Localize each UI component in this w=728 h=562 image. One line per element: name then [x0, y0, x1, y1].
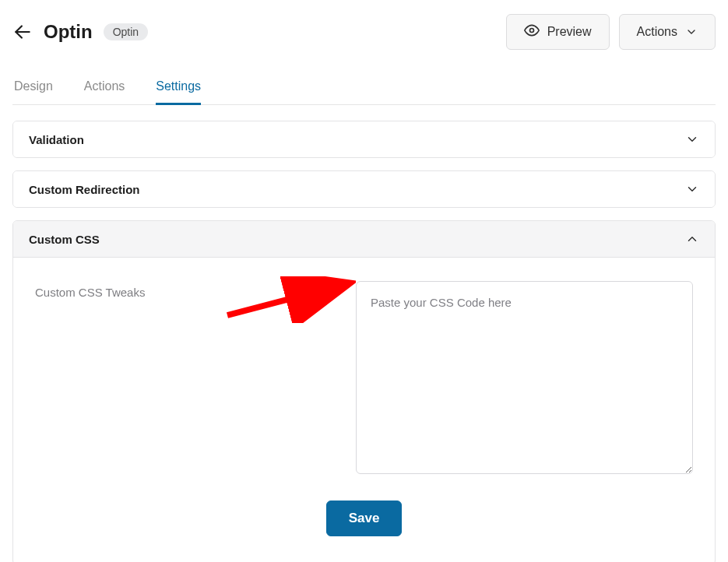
- header-left: Optin Optin: [12, 21, 148, 43]
- accordion-validation-title: Validation: [29, 133, 84, 146]
- tab-actions[interactable]: Actions: [84, 73, 125, 105]
- custom-css-label: Custom CSS Tweaks: [35, 281, 331, 477]
- accordion-validation-header[interactable]: Validation: [13, 121, 715, 157]
- preview-label: Preview: [547, 25, 592, 39]
- preview-button[interactable]: Preview: [506, 14, 610, 50]
- tab-settings[interactable]: Settings: [156, 73, 201, 105]
- header-right: Preview Actions: [506, 14, 716, 50]
- accordion-custom-redirection-header[interactable]: Custom Redirection: [13, 171, 715, 207]
- tab-design[interactable]: Design: [14, 73, 53, 105]
- chevron-up-icon: [685, 232, 699, 246]
- actions-button[interactable]: Actions: [619, 14, 716, 50]
- page-title: Optin: [44, 21, 93, 43]
- chevron-down-icon: [685, 182, 699, 196]
- custom-css-field: Custom CSS Tweaks: [35, 281, 693, 477]
- accordion-custom-css: Custom CSS Custom CSS Tweaks: [12, 220, 716, 562]
- eye-icon: [524, 23, 540, 41]
- custom-css-control: [356, 281, 693, 477]
- page-header: Optin Optin Preview Actions: [12, 14, 716, 50]
- accordion-validation: Validation: [12, 121, 716, 158]
- accordion-custom-css-body: Custom CSS Tweaks Save: [13, 258, 715, 562]
- tabs: Design Actions Settings: [12, 73, 716, 105]
- save-row: Save: [35, 501, 693, 536]
- actions-label: Actions: [637, 25, 677, 39]
- save-button[interactable]: Save: [326, 501, 403, 536]
- type-badge: Optin: [104, 23, 148, 40]
- accordion-custom-css-title: Custom CSS: [29, 233, 100, 246]
- back-arrow-icon[interactable]: [12, 22, 33, 42]
- accordion-custom-redirection-title: Custom Redirection: [29, 183, 140, 196]
- svg-point-1: [529, 29, 533, 33]
- custom-css-textarea[interactable]: [356, 281, 693, 474]
- chevron-down-icon: [685, 26, 698, 38]
- accordion-custom-redirection: Custom Redirection: [12, 170, 716, 208]
- accordion-custom-css-header[interactable]: Custom CSS: [13, 221, 715, 258]
- settings-panels: Validation Custom Redirection Custom CSS: [12, 121, 716, 562]
- chevron-down-icon: [685, 132, 699, 146]
